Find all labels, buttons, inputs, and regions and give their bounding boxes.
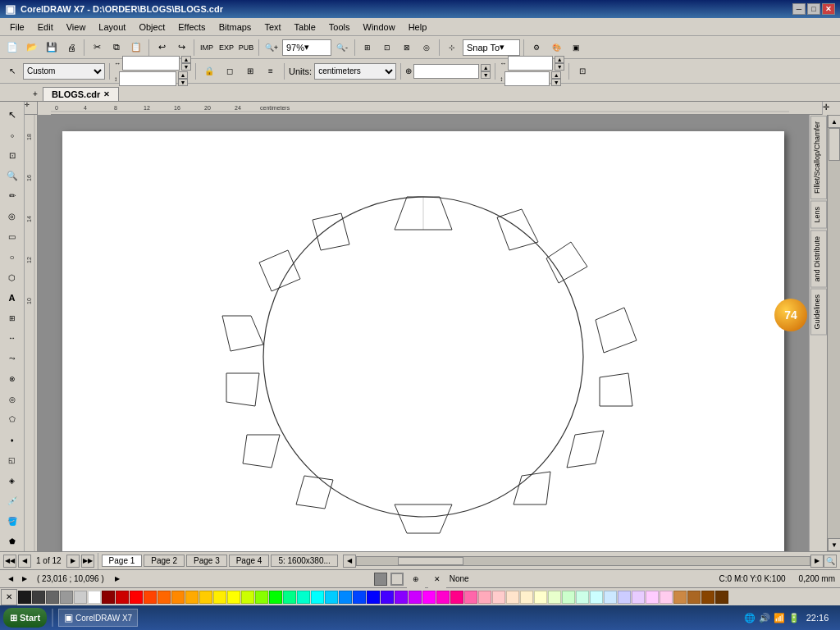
color-swatch[interactable] — [171, 591, 185, 604]
transform-btn[interactable]: ⊞ — [241, 62, 259, 80]
align-btn[interactable]: ≡ — [262, 62, 280, 80]
tray-icon-3[interactable]: 📶 — [774, 613, 785, 623]
nudge1-input[interactable]: 0,5 cm — [508, 56, 553, 71]
width-input[interactable]: 30,0 cm — [122, 56, 180, 71]
shadow-tool[interactable]: ◱ — [2, 450, 22, 470]
tray-icon-4[interactable]: 🔋 — [788, 613, 800, 623]
color-sync-btn[interactable]: ⊕ — [407, 570, 425, 588]
zoom-in-button[interactable]: 🔍+ — [262, 39, 281, 57]
color-swatch[interactable] — [227, 591, 240, 604]
save-button[interactable]: 💾 — [43, 39, 61, 57]
color-swatch[interactable] — [353, 591, 366, 604]
color-swatch[interactable] — [339, 591, 352, 604]
canvas-area[interactable] — [38, 115, 809, 551]
scroll-thumb-v[interactable] — [829, 128, 840, 161]
polygon-tool[interactable]: ⬡ — [2, 267, 22, 287]
color-swatch[interactable] — [32, 591, 45, 604]
fill-color-indicator[interactable] — [374, 573, 387, 586]
color-swatch[interactable] — [395, 591, 408, 604]
smart-fill-tool[interactable]: ⬟ — [2, 532, 22, 551]
document-tab[interactable]: BLOGS.cdr ✕ — [43, 87, 119, 101]
color-swatch[interactable] — [325, 591, 338, 604]
color-swatch[interactable] — [144, 591, 157, 604]
color-swatch[interactable] — [576, 591, 589, 604]
scroll-track-v[interactable] — [828, 128, 840, 538]
color-swatch[interactable] — [102, 591, 115, 604]
position-spinner[interactable]: ▲ ▼ — [481, 64, 491, 79]
color-swatch[interactable] — [548, 591, 561, 604]
node-tool[interactable]: ⬦ — [2, 126, 22, 145]
color-swatch[interactable] — [492, 591, 505, 604]
height-input[interactable]: 30,0 cm — [119, 71, 176, 86]
color-swatch[interactable] — [269, 591, 282, 604]
page-next-btn[interactable]: ▶ — [66, 555, 80, 568]
cut-button[interactable]: ✂ — [88, 39, 106, 57]
nudge1-up[interactable]: ▲ — [555, 56, 564, 63]
color-swatch[interactable] — [367, 591, 380, 604]
more-btn[interactable]: ▣ — [567, 39, 585, 57]
page-prev-btn[interactable]: ◀ — [18, 555, 31, 568]
color-swatch[interactable] — [534, 591, 547, 604]
nudge2-input[interactable]: 0,5 cm — [504, 71, 550, 86]
dimension-tool[interactable]: ↔ — [2, 328, 22, 348]
menu-edit[interactable]: Edit — [31, 21, 60, 34]
tray-icon-2[interactable]: 🔊 — [759, 613, 770, 623]
color-swatch[interactable] — [701, 591, 714, 604]
no-color-swatch[interactable]: ✕ — [1, 589, 17, 605]
color-swatch[interactable] — [715, 591, 728, 604]
page-tab-3[interactable]: Page 3 — [186, 555, 227, 567]
maximize-button[interactable]: □ — [807, 3, 820, 15]
extrude-tool[interactable]: ⬧ — [2, 430, 22, 450]
color-swatch[interactable] — [297, 591, 310, 604]
text-tool[interactable]: A — [2, 288, 22, 308]
height-spinner[interactable]: ▲ ▼ — [178, 71, 188, 86]
color-swatch[interactable] — [381, 591, 394, 604]
width-spinner[interactable]: ▲ ▼ — [181, 56, 191, 71]
color-swatch[interactable] — [116, 591, 129, 604]
color-swatch[interactable] — [464, 591, 477, 604]
color-swatch[interactable] — [46, 591, 59, 604]
print-button[interactable]: 🖨 — [62, 39, 80, 57]
color-swatch[interactable] — [18, 591, 31, 604]
connector-tool[interactable]: ⤳ — [2, 349, 22, 368]
color-swatch[interactable] — [88, 591, 101, 604]
color-swatch[interactable] — [590, 591, 603, 604]
scroll-up-btn[interactable]: ▲ — [828, 115, 840, 128]
zoom-tool[interactable]: 🔍 — [2, 166, 22, 185]
color-swatch[interactable] — [450, 591, 463, 604]
height-down[interactable]: ▼ — [178, 79, 188, 86]
zoom-dropdown[interactable]: 97%▾ — [282, 39, 331, 56]
export-button[interactable]: EXP — [217, 39, 235, 57]
table-tool[interactable]: ⊞ — [2, 308, 22, 328]
publish-button[interactable]: PUB — [237, 39, 255, 57]
menu-file[interactable]: File — [3, 21, 31, 34]
menu-view[interactable]: View — [60, 21, 93, 34]
color-swatch[interactable] — [646, 591, 659, 604]
lock-ratio-btn[interactable]: 🔒 — [200, 62, 218, 80]
position-input[interactable]: 1.524,0 cm — [413, 64, 479, 79]
color-swatch[interactable] — [213, 591, 226, 604]
prev-object-btn[interactable]: ◀ — [5, 573, 16, 585]
color-swatch[interactable] — [660, 591, 673, 604]
color-lock-btn[interactable]: ✕ — [428, 570, 446, 588]
color-swatch[interactable] — [185, 591, 199, 604]
color-swatch[interactable] — [283, 591, 296, 604]
view-btn2[interactable]: ⊡ — [378, 39, 396, 57]
hscroll-right-btn[interactable]: ▶ — [810, 555, 824, 568]
hscroll-thumb[interactable] — [398, 557, 463, 565]
new-tab-btn[interactable]: + — [28, 86, 43, 101]
menu-object[interactable]: Object — [132, 21, 171, 34]
color-swatch[interactable] — [199, 591, 212, 604]
scroll-down-btn[interactable]: ▼ — [828, 538, 840, 551]
color-swatch[interactable] — [478, 591, 491, 604]
height-up[interactable]: ▲ — [178, 71, 188, 79]
color-swatch[interactable] — [409, 591, 422, 604]
width-down[interactable]: ▼ — [181, 63, 191, 71]
panel-tab-guidelines[interactable]: Guidelines — [810, 289, 827, 336]
close-button[interactable]: ✕ — [822, 3, 835, 15]
zoom-out-button[interactable]: 🔍- — [333, 39, 351, 57]
hscroll-left-btn[interactable]: ◀ — [343, 555, 356, 568]
menu-help[interactable]: Help — [402, 21, 434, 34]
select-tool[interactable]: ↖ — [2, 105, 22, 125]
color-swatch[interactable] — [241, 591, 254, 604]
